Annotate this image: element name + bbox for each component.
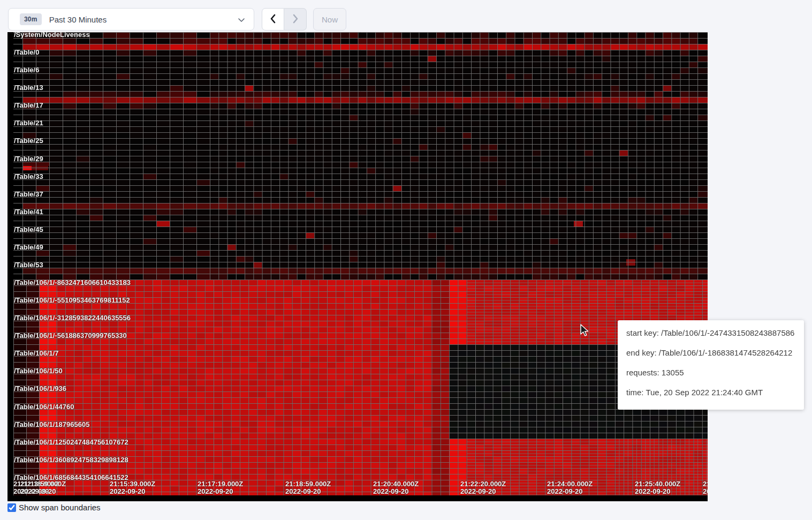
time-range-select[interactable]: 30m Past 30 Minutes (8, 8, 254, 31)
key-visualizer-page: 30m Past 30 Minutes Now start key: /Tabl… (0, 0, 812, 520)
toolbar: 30m Past 30 Minutes Now (0, 0, 812, 32)
chevron-left-icon (270, 14, 276, 25)
tooltip-time: time: Tue, 20 Sep 2022 21:24:40 GMT (626, 387, 795, 398)
back-button[interactable] (262, 8, 284, 31)
tooltip-start-key: start key: /Table/106/1/-247433150824388… (626, 327, 795, 339)
time-nav-group (262, 8, 307, 31)
forward-button[interactable] (284, 8, 307, 31)
cell-tooltip: start key: /Table/106/1/-247433150824388… (618, 320, 804, 410)
chevron-down-icon (238, 16, 245, 26)
chevron-right-icon (292, 14, 299, 25)
span-boundaries-checkbox[interactable] (7, 503, 16, 512)
tooltip-end-key: end key: /Table/106/1/-18683814745282642… (626, 347, 795, 359)
tooltip-requests: requests: 13055 (626, 367, 795, 379)
time-range-label: Past 30 Minutes (49, 15, 107, 24)
footer: Show span boundaries (7, 503, 101, 512)
now-button[interactable]: Now (313, 8, 346, 31)
heatmap-canvas[interactable] (7, 32, 708, 501)
span-boundaries-label: Show span boundaries (19, 503, 101, 512)
time-range-badge: 30m (20, 13, 42, 25)
